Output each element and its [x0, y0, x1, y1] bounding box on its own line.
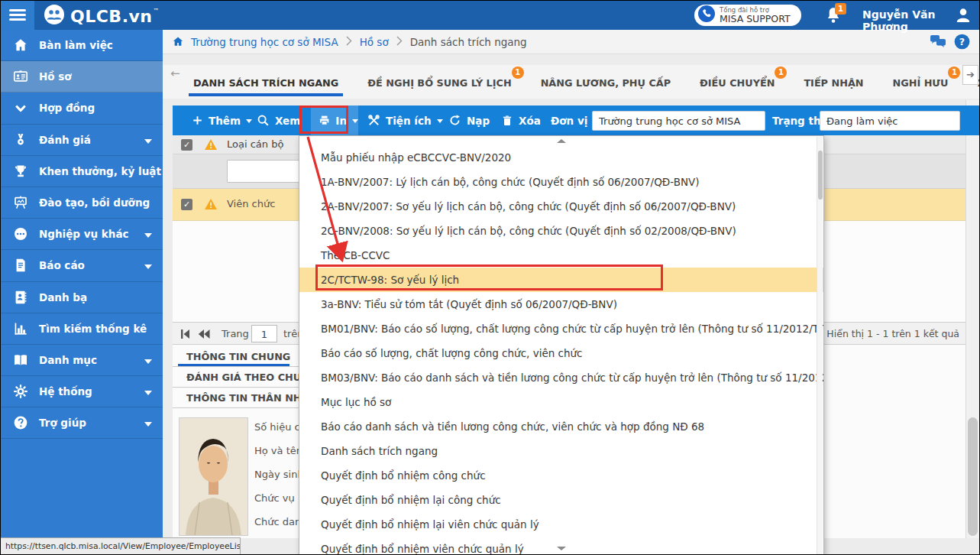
support-line2: MISA SUPPORT	[720, 14, 791, 24]
topbar: QLCB.vn ™ Tổng đài hỗ trợ MISA SUPPORT 1…	[1, 1, 980, 30]
tools-icon	[367, 114, 380, 127]
sidebar-item-nghiệp-vụ-khác[interactable]: Nghiệp vụ khác	[1, 219, 163, 250]
print-menu-item[interactable]: Quyết định bổ nhiệm lại công chức	[299, 488, 823, 512]
medal-icon	[13, 132, 28, 148]
sidebar-item-trợ-giúp[interactable]: Trợ giúp	[1, 407, 163, 439]
sidebar-item-hệ-thống[interactable]: Hệ thống	[1, 376, 163, 407]
tab[interactable]: NÂNG LƯƠNG, PHỤ CẤP	[539, 68, 672, 96]
sidebar-item-tìm-kiếm-thống-kê[interactable]: Tìm kiếm thống kê	[1, 313, 163, 345]
tab-badge: 1	[775, 67, 787, 79]
view-button[interactable]: Xem	[257, 105, 300, 135]
chevron-down-icon	[144, 359, 152, 364]
toolbar: Thêm Xem In Tiện ích Nạp Xóa Đơn	[173, 105, 980, 135]
tab[interactable]: ĐỀ NGHỊ BỔ SUNG LÝ LỊCH 1	[366, 68, 513, 96]
select-all-checkbox[interactable]: ✓	[181, 139, 192, 151]
logo-people-icon	[44, 4, 65, 28]
breadcrumb-link[interactable]: Trường trung học cơ sở MISA	[191, 36, 338, 48]
sidebar-item-khen-thưởng,-kỷ-luật[interactable]: Khen thưởng, kỷ luật	[1, 156, 163, 187]
print-menu-item[interactable]: BM03/BNV: Báo cáo danh sách và tiền lươn…	[299, 365, 823, 390]
sidebar-item-đánh-giá[interactable]: Đánh giá	[1, 125, 163, 156]
sidebar-item-label: Bàn làm việc	[39, 39, 113, 51]
menu-toggle-button[interactable]	[1, 1, 34, 30]
print-menu-item[interactable]: BM01/BNV: Báo cáo số lượng, chất lượng c…	[299, 316, 823, 341]
tab[interactable]: DANH SÁCH TRÍCH NGANG	[192, 68, 340, 96]
reload-button[interactable]: Nạp	[448, 105, 490, 135]
menu-scrollbar[interactable]	[817, 137, 823, 555]
tab[interactable]: ĐIỀU CHUYỂN 1	[698, 68, 776, 96]
print-menu-item[interactable]: Mẫu phiếu nhập eCBCCVC-BNV/2020	[299, 145, 823, 170]
print-menu-item[interactable]: Quyết định bổ nhiệm lại viên chức quản l…	[299, 512, 823, 537]
sidebar-item-bàn-làm-việc[interactable]: Bàn làm việc	[1, 30, 163, 61]
sidebar-item-báo-cáo[interactable]: Báo cáo	[1, 250, 163, 281]
breadcrumb-item: Hồ sơ	[338, 36, 389, 48]
first-page-icon[interactable]	[180, 328, 190, 342]
unit-label: Đơn vị	[551, 105, 587, 135]
support-button[interactable]: Tổng đài hỗ trợ MISA SUPPORT	[694, 5, 801, 26]
print-menu-item[interactable]: Báo cáo danh sách và tiền lương công chứ…	[299, 414, 823, 439]
status-select[interactable]: Đang làm việc	[820, 111, 960, 131]
sidebar-item-label: Đào tạo, bồi dưỡng	[39, 196, 150, 209]
chevron-down-icon	[144, 233, 152, 238]
sidebar-item-đào-tạo,-bồi-dưỡng[interactable]: Đào tạo, bồi dưỡng	[1, 187, 163, 219]
warning-column-icon	[204, 138, 218, 154]
help-icon	[13, 415, 28, 430]
print-menu-item[interactable]: 1A-BNV/2007: Lý lịch cán bộ, công chức (…	[299, 170, 823, 194]
sidebar-item-label: Hợp đồng	[39, 102, 95, 114]
print-menu-item[interactable]: Báo cáo số lượng, chất lượng công chức, …	[299, 341, 823, 365]
page-label: Trang	[222, 328, 249, 339]
home-icon	[13, 37, 28, 53]
print-menu-item[interactable]: 2C/TCTW-98: Sơ yếu lý lịch	[299, 268, 823, 292]
sidebar-item-hồ-sơ[interactable]: Hồ sơ	[1, 61, 163, 92]
row-checkbox[interactable]: ✓	[181, 199, 192, 210]
print-button[interactable]: In	[311, 105, 358, 135]
sidebar-item-label: Khen thưởng, kỷ luật	[39, 165, 161, 177]
print-menu-item[interactable]: Danh sách trích ngang	[299, 439, 823, 463]
avatar[interactable]	[954, 6, 972, 24]
print-menu-item[interactable]: 3a-BNV: Tiểu sử tóm tắt (Quyết định số 0…	[299, 292, 823, 316]
gear-icon	[13, 384, 28, 399]
feedback-icon[interactable]	[930, 34, 946, 53]
utilities-button[interactable]: Tiện ích	[367, 105, 443, 135]
column-header-type[interactable]: Loại cán bộ	[227, 138, 283, 150]
tab[interactable]: TIẾP NHẬN	[802, 68, 865, 96]
status-url: https://ttsen.qlcb.misa.local/View/Emplo…	[1, 537, 241, 555]
sidebar-item-hợp-đồng[interactable]: Hợp đồng	[1, 92, 163, 124]
tab-scroll-left-icon[interactable]: ←	[170, 67, 180, 80]
help-icon[interactable]: ?	[954, 34, 970, 53]
plus-icon	[192, 115, 203, 126]
chevron-right-icon	[346, 36, 352, 48]
row-type-value: Viên chức	[227, 198, 275, 209]
print-menu-item[interactable]: 2A-BNV/2007: Sơ yếu lý lịch cán bộ, công…	[299, 194, 823, 219]
print-menu-item[interactable]: Quyết định bổ nhiệm công chức	[299, 463, 823, 488]
sidebar-item-danh-mục[interactable]: Danh mục	[1, 345, 163, 376]
menu-scroll-up-icon[interactable]	[536, 137, 587, 145]
sidebar-item-label: Báo cáo	[39, 259, 85, 271]
app-logo: QLCB.vn ™	[44, 4, 160, 28]
prev-page-icon[interactable]	[198, 328, 210, 342]
easel-icon	[13, 195, 28, 210]
warning-icon	[204, 198, 218, 213]
chevron-down-icon	[144, 391, 152, 395]
scrollbar-thumb[interactable]	[968, 417, 978, 536]
home-icon[interactable]	[172, 36, 184, 50]
sidebar-item-label: Hệ thống	[39, 385, 92, 398]
book-icon	[13, 352, 28, 368]
trash-icon	[501, 115, 513, 127]
unit-select[interactable]: Trường trung học cơ sở MISA	[592, 111, 765, 131]
breadcrumb-link[interactable]: Hồ sơ	[360, 36, 389, 48]
page-number-input[interactable]: 1	[251, 325, 277, 342]
add-button[interactable]: Thêm	[192, 105, 252, 135]
notifications-button[interactable]: 1	[824, 6, 844, 26]
menu-scroll-down-icon[interactable]	[536, 544, 587, 553]
tab-strip: ← DANH SÁCH TRÍCH NGANG ĐỀ NGHỊ BỔ SUNG …	[163, 65, 980, 99]
print-menu-item[interactable]: Mục lục hồ sơ	[299, 390, 823, 414]
sidebar-item-danh-bạ[interactable]: Danh bạ	[1, 282, 163, 313]
handshake-icon	[13, 100, 28, 115]
tab[interactable]: NGHỈ HƯU 1	[891, 68, 950, 96]
delete-button[interactable]: Xóa	[501, 105, 541, 135]
vertical-scrollbar[interactable]	[965, 100, 979, 538]
print-menu-item[interactable]: Thẻ CB-CCVC	[299, 243, 823, 268]
print-menu-item[interactable]: 2C-BNV/2008: Sơ yếu lý lịch cán bộ, công…	[299, 219, 823, 243]
tab-scroll-right-icon[interactable]: ➔	[962, 65, 978, 85]
breadcrumb-link[interactable]: Danh sách trích ngang	[410, 36, 527, 48]
